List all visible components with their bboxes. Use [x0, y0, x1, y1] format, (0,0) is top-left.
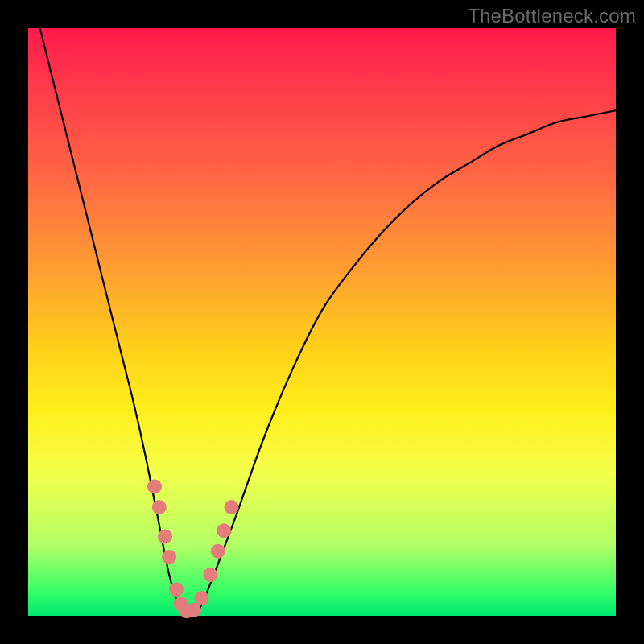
curve-marker [162, 550, 176, 564]
curve-marker [158, 529, 172, 543]
curve-marker [194, 591, 208, 605]
curve-marker [217, 523, 231, 538]
curve-marker [147, 479, 162, 493]
curve-markers [147, 479, 239, 618]
curve-layer [28, 28, 616, 616]
curve-marker [169, 582, 184, 597]
curve-marker [211, 544, 225, 559]
bottleneck-curve [40, 28, 616, 617]
plot-area [28, 28, 616, 616]
watermark-text: TheBottleneck.com [468, 5, 636, 27]
curve-marker [203, 568, 217, 582]
chart-frame: TheBottleneck.com [0, 0, 644, 644]
curve-marker [152, 500, 167, 514]
curve-marker [225, 500, 239, 514]
